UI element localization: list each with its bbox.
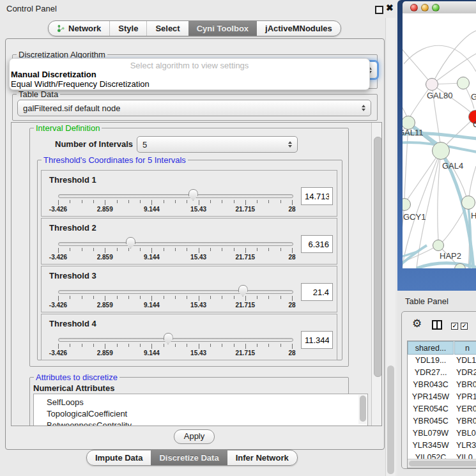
- network-node-gal80[interactable]: [426, 78, 438, 91]
- zoom-traffic-light[interactable]: [432, 4, 440, 12]
- cyni-toolbox-panel: Discretization Algorithm Select algorith…: [5, 38, 385, 450]
- dropdown-item-list: Manual DiscretizationEqual Width/Frequen…: [11, 70, 368, 89]
- tab-network[interactable]: Network: [49, 21, 109, 36]
- numerical-attributes-label: Numerical Attributes: [33, 383, 114, 393]
- tab-discretize-data[interactable]: Discretize Data: [151, 450, 227, 465]
- threshold-value-field[interactable]: [301, 187, 333, 205]
- tab-label: jActiveMNodules: [265, 24, 332, 33]
- network-icon: [57, 24, 65, 33]
- apply-button[interactable]: Apply: [174, 429, 215, 444]
- control-panel-scrollbar-thumb[interactable]: [387, 365, 394, 474]
- threshold-slider-ticks: [58, 344, 293, 349]
- columns-icon[interactable]: [432, 320, 442, 330]
- cell-shared-name: YDR27...: [408, 368, 454, 377]
- threshold-label: Threshold 4: [49, 319, 96, 328]
- table-row[interactable]: YPR145WYPR1: [408, 392, 476, 404]
- cell-shared-name: YBR043C: [408, 380, 454, 389]
- attribute-list-item[interactable]: SelfLoops: [34, 397, 357, 408]
- column-header-shared-name[interactable]: shared...: [408, 341, 454, 355]
- table-row[interactable]: YBL079WYBL0: [408, 429, 476, 441]
- tab-infer-network[interactable]: Infer Network: [227, 450, 297, 465]
- node-label: C: [473, 119, 476, 129]
- threshold-slider-track[interactable]: [58, 242, 293, 246]
- checkbox-icon[interactable]: ✓: [461, 323, 468, 330]
- node-attribute-table[interactable]: shared... n YDL19...YDL1YDR27...YDR2YBR0…: [407, 341, 476, 468]
- numerical-attributes-list[interactable]: SelfLoopsTopologicalCoefficientBetweenne…: [33, 394, 368, 426]
- close-icon[interactable]: ✖: [386, 3, 394, 13]
- tab-label: Cyni Toolbox: [197, 24, 249, 33]
- cell-shared-name: YDL19...: [408, 356, 454, 365]
- table-data-combobox[interactable]: galFiltered.sif default node: [17, 100, 371, 116]
- threshold-row: Threshold 1 -3.4262.8599.14415.4321.7152…: [41, 170, 337, 217]
- attribute-list-item[interactable]: BetweennessCentrality: [34, 420, 357, 426]
- table-horizontal-scrollbar-thumb[interactable]: [409, 461, 476, 466]
- node-label: GAL11: [403, 128, 424, 137]
- float-window-button[interactable]: [375, 6, 383, 14]
- panel-title: Control Panel: [6, 4, 57, 13]
- threshold-slider-thumb[interactable]: [164, 333, 173, 344]
- table-row[interactable]: YBR043CYBR0: [408, 380, 476, 392]
- cyni-bottom-tab-bar: Impute DataDiscretize DataInfer Network: [86, 450, 298, 466]
- tab-label: Infer Network: [236, 453, 289, 463]
- cell-name: YBR0: [456, 380, 476, 389]
- table-row[interactable]: YLR345WYLR3: [408, 441, 476, 453]
- threshold-value-field[interactable]: [301, 331, 333, 349]
- threshold-row: Threshold 2 -3.4262.8599.14415.4321.7152…: [41, 218, 337, 265]
- tab-label: Discretize Data: [159, 453, 219, 463]
- threshold-value-field[interactable]: [301, 283, 333, 301]
- threshold-slider-track[interactable]: [58, 194, 293, 198]
- threshold-slider-ticks: [58, 200, 293, 206]
- number-of-intervals-value: 5: [142, 140, 147, 150]
- checkbox-icon[interactable]: ✓: [451, 323, 458, 330]
- number-of-intervals-combobox[interactable]: 5: [137, 136, 298, 153]
- combo-arrows-icon: [362, 105, 365, 111]
- table-row[interactable]: YER054CYER0: [408, 404, 476, 417]
- tab-jactivemnodules[interactable]: jActiveMNodules: [257, 21, 341, 36]
- network-edges: [403, 13, 476, 268]
- table-data-group-title: Table Data: [17, 89, 60, 99]
- network-node-gal4[interactable]: [432, 142, 450, 160]
- table-row[interactable]: YDR27...YDR2: [408, 368, 476, 380]
- column-header-name[interactable]: n: [454, 341, 476, 355]
- threshold-slider-ticks: [58, 296, 293, 302]
- network-node-g[interactable]: [457, 77, 470, 89]
- network-node-h[interactable]: [461, 196, 475, 210]
- threshold-slider-thumb[interactable]: [126, 237, 135, 249]
- threshold-label: Threshold 1: [49, 175, 96, 185]
- minimize-traffic-light[interactable]: [421, 4, 429, 12]
- tab-style[interactable]: Style: [109, 21, 146, 36]
- table-row[interactable]: YDL19...YDL1: [408, 356, 476, 368]
- close-traffic-light[interactable]: [410, 4, 418, 12]
- cell-shared-name: YLR345W: [408, 441, 454, 450]
- network-node-hap2[interactable]: [433, 240, 444, 251]
- threshold-row: Threshold 4 -3.4262.8599.14415.4321.7152…: [41, 314, 337, 360]
- tab-cyni-toolbox[interactable]: Cyni Toolbox: [188, 21, 257, 36]
- dropdown-item[interactable]: Manual Discretization: [11, 70, 368, 80]
- gear-icon[interactable]: ⚙: [412, 317, 422, 330]
- table-row[interactable]: YBR045CYBR0: [408, 417, 476, 429]
- node-label: GCY1: [403, 212, 426, 222]
- tab-select[interactable]: Select: [146, 21, 188, 36]
- tab-impute-data[interactable]: Impute Data: [87, 450, 151, 465]
- settings-scrollbar-thumb[interactable]: [374, 137, 382, 377]
- threshold-slider-tick-labels: -3.4262.8599.14415.4321.71528: [58, 302, 293, 309]
- threshold-slider-track[interactable]: [58, 338, 293, 342]
- threshold-slider-track[interactable]: [58, 290, 293, 294]
- attribute-list-item[interactable]: TopologicalCoefficient: [34, 408, 357, 420]
- node-label: H: [471, 211, 476, 220]
- dropdown-item[interactable]: Equal Width/Frequency Discretization: [11, 80, 368, 89]
- threshold-slider-tick-labels: -3.4262.8599.14415.4321.71528: [58, 349, 293, 357]
- control-panel-tab-bar: NetworkStyleSelectCyni ToolboxjActiveMNo…: [48, 20, 341, 36]
- dropdown-placeholder: Select algorithm to view settings: [10, 61, 369, 70]
- network-window-titlebar: [403, 1, 476, 14]
- network-canvas[interactable]: GAL80GCGAL11GAL4GCY1HHAP2: [403, 13, 476, 268]
- attribute-list-scrollbar: [358, 395, 367, 424]
- attribute-list-scrollbar-thumb[interactable]: [360, 395, 366, 422]
- threshold-value-field[interactable]: [301, 235, 333, 253]
- tab-label: Network: [68, 24, 101, 33]
- threshold-slider-thumb[interactable]: [238, 285, 248, 296]
- attributes-to-discretize-title: Attributes to discretize: [34, 372, 119, 382]
- threshold-slider-thumb[interactable]: [188, 189, 198, 201]
- threshold-slider-tick-labels: -3.4262.8599.14415.4321.71528: [58, 254, 293, 261]
- algorithm-dropdown-popup: Select algorithm to view settings Manual…: [9, 58, 370, 90]
